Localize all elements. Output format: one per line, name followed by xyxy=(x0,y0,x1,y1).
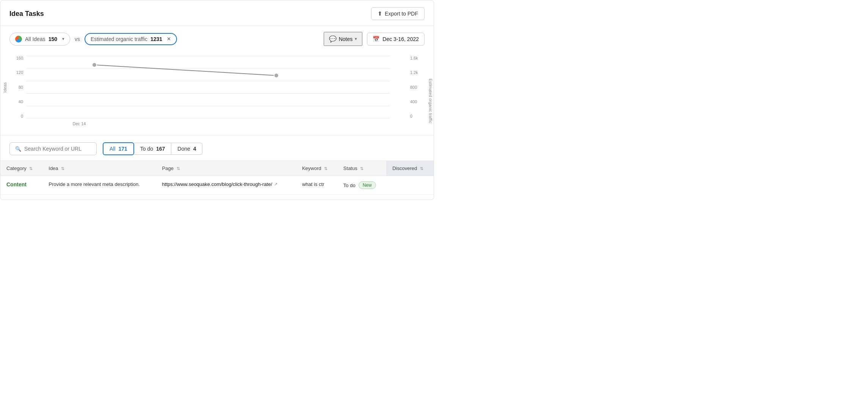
sort-icon-status: ⇅ xyxy=(360,166,363,171)
ideas-axis-label: Ideas xyxy=(3,82,7,93)
external-link-icon: ↗ xyxy=(274,182,277,187)
table-wrap: Category ⇅ Idea ⇅ Page ⇅ Keyword ⇅ Statu… xyxy=(0,161,434,195)
calendar-icon: 📅 xyxy=(373,36,380,43)
col-page[interactable]: Page ⇅ xyxy=(156,161,296,176)
table-row: Content Provide a more relevant meta des… xyxy=(0,176,434,195)
category-content-label: Content xyxy=(6,181,27,187)
cell-discovered xyxy=(386,176,434,195)
sort-icon-category: ⇅ xyxy=(29,166,33,171)
chevron-down-icon: ▾ xyxy=(62,36,64,41)
x-label-dec14: Dec 14 xyxy=(38,121,121,126)
tab-todo[interactable]: To do 167 xyxy=(134,143,172,155)
export-label: Export to PDF xyxy=(385,11,418,17)
col-category[interactable]: Category ⇅ xyxy=(0,161,42,176)
y-right-tick-12k: 1.2k xyxy=(410,70,418,75)
y-right-tick-800: 800 xyxy=(410,85,417,90)
y-tick-80: 80 xyxy=(19,85,23,90)
y-right-tick-0: 0 xyxy=(410,114,412,118)
ideas-table: Category ⇅ Idea ⇅ Page ⇅ Keyword ⇅ Statu… xyxy=(0,161,434,195)
tab-all[interactable]: All 171 xyxy=(103,142,134,155)
semrush-icon xyxy=(15,36,22,43)
y-tick-120: 120 xyxy=(16,70,23,75)
y-right-tick-400: 400 xyxy=(410,99,417,104)
new-badge: New xyxy=(359,181,376,189)
sort-icon-idea: ⇅ xyxy=(61,166,64,171)
cell-status: To do New xyxy=(337,176,386,195)
col-status[interactable]: Status ⇅ xyxy=(337,161,386,176)
cell-keyword: what is ctr xyxy=(296,176,337,195)
export-button[interactable]: ⬆ Export to PDF xyxy=(371,7,425,20)
tab-todo-label: To do xyxy=(140,146,153,152)
vs-label: vs xyxy=(75,36,80,42)
export-icon: ⬆ xyxy=(378,10,382,17)
cell-idea: Provide a more relevant meta description… xyxy=(42,176,156,195)
search-input[interactable] xyxy=(24,146,85,152)
status-cell: To do New xyxy=(343,181,380,189)
organic-count: 1231 xyxy=(150,36,162,42)
y-tick-40: 40 xyxy=(19,99,23,104)
date-range-button[interactable]: 📅 Dec 3-16, 2022 xyxy=(367,33,425,46)
all-ideas-label: All Ideas xyxy=(25,36,45,42)
col-discovered[interactable]: Discovered ⇅ xyxy=(386,161,434,176)
notes-label: Notes xyxy=(339,36,353,42)
tab-all-count: 171 xyxy=(118,146,127,152)
sort-icon-page: ⇅ xyxy=(177,166,180,171)
tab-done-label: Done xyxy=(177,146,190,152)
y-tick-160: 160 xyxy=(16,56,23,60)
search-icon: 🔍 xyxy=(15,146,21,152)
tab-todo-count: 167 xyxy=(156,146,165,152)
tab-all-label: All xyxy=(110,146,116,152)
close-icon[interactable]: ✕ xyxy=(167,36,171,42)
date-label: Dec 3-16, 2022 xyxy=(382,36,419,42)
y-tick-0: 0 xyxy=(21,114,23,118)
notes-icon: 💬 xyxy=(329,35,337,43)
sort-icon-discovered: ⇅ xyxy=(420,166,423,171)
page-link[interactable]: https://www.seoquake.com/blog/click-thro… xyxy=(162,181,290,187)
tab-done-count: 4 xyxy=(193,146,196,152)
organic-axis-label: Estimated organic traffic xyxy=(428,79,433,123)
page-header: Idea Tasks ⬆ Export to PDF xyxy=(0,0,434,26)
chart-area: 160 120 80 40 0 xyxy=(0,52,434,135)
sort-icon-keyword: ⇅ xyxy=(324,166,327,171)
notes-button[interactable]: 💬 Notes ▾ xyxy=(324,32,363,46)
organic-traffic-button[interactable]: Estimated organic traffic 1231 ✕ xyxy=(85,33,177,45)
notes-chevron-icon: ▾ xyxy=(355,36,357,41)
tab-done[interactable]: Done 4 xyxy=(171,143,202,155)
filters-row: 🔍 All 171 To do 167 Done 4 xyxy=(0,135,434,161)
organic-label: Estimated organic traffic xyxy=(91,36,147,42)
all-ideas-count: 150 xyxy=(49,36,57,42)
tab-group: All 171 To do 167 Done 4 xyxy=(103,142,202,155)
status-text: To do xyxy=(343,183,356,188)
controls-row: All Ideas 150 ▾ vs Estimated organic tra… xyxy=(0,26,434,52)
cell-page: https://www.seoquake.com/blog/click-thro… xyxy=(156,176,296,195)
page-title: Idea Tasks xyxy=(9,10,44,18)
all-ideas-dropdown[interactable]: All Ideas 150 ▾ xyxy=(9,33,70,46)
col-idea[interactable]: Idea ⇅ xyxy=(42,161,156,176)
col-keyword[interactable]: Keyword ⇅ xyxy=(296,161,337,176)
search-box[interactable]: 🔍 xyxy=(9,142,97,155)
cell-category: Content xyxy=(0,176,42,195)
y-right-tick-16k: 1.6k xyxy=(410,56,418,60)
